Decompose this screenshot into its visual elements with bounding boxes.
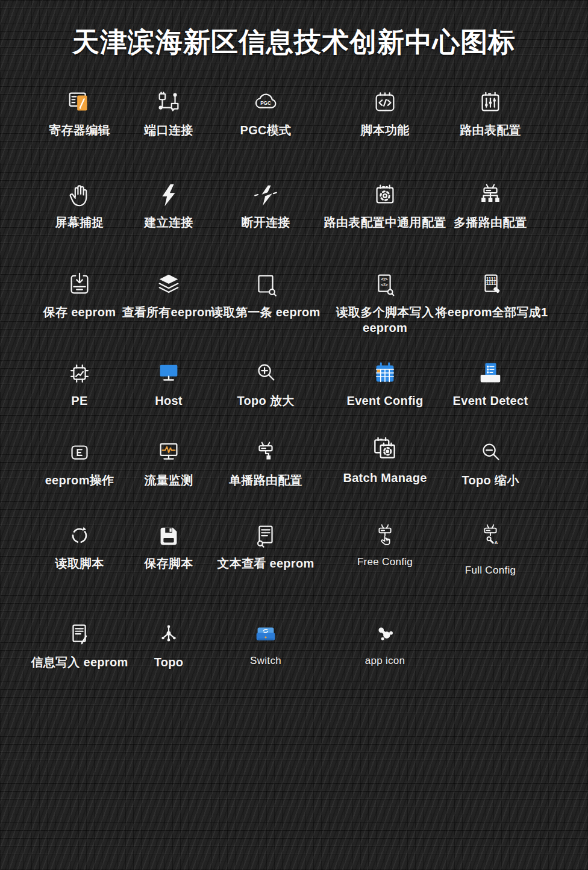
icon-label: 单播路由配置 xyxy=(229,472,302,488)
icon-label: Switch xyxy=(250,654,281,668)
layers-icon xyxy=(155,271,183,299)
svg-text:A: A xyxy=(495,540,498,545)
pe-chip-icon xyxy=(66,360,93,387)
icon-label: Free Config xyxy=(357,555,413,569)
icon-label: 流量监测 xyxy=(144,472,193,488)
route-table-config-icon xyxy=(477,89,504,117)
grid-item-route-table-config[interactable]: 路由表配置 xyxy=(421,89,560,138)
port-connect-icon xyxy=(155,89,183,117)
icon-label: 读取脚本 xyxy=(55,555,104,571)
icon-label: Topo xyxy=(154,654,184,670)
grid-item-multicast-route[interactable]: 多播路由配置 xyxy=(421,181,560,230)
icon-label: 多播路由配置 xyxy=(454,214,527,230)
icon-label: app icon xyxy=(365,654,405,668)
icon-label: Batch Manage xyxy=(343,470,427,486)
save-eeprom-icon xyxy=(66,271,93,299)
pgc-cloud-icon: PGC xyxy=(252,89,280,117)
topo-node-icon xyxy=(155,621,183,649)
zoom-out-icon xyxy=(477,439,504,467)
event-detect-icon xyxy=(477,360,504,387)
icon-label: Topo 缩小 xyxy=(461,472,519,488)
grid-item-read-first-eeprom[interactable]: 读取第一条 eeprom xyxy=(196,271,336,320)
icon-label: Host xyxy=(155,393,183,408)
connect-bolt-icon xyxy=(155,181,183,209)
disconnect-bolt-icon xyxy=(252,181,280,209)
event-config-calendar-icon xyxy=(371,360,399,387)
icon-label: PE xyxy=(71,393,87,408)
text-view-eeprom-icon xyxy=(252,522,280,550)
save-script-floppy-icon xyxy=(155,522,183,550)
icon-label: Event Detect xyxy=(453,393,528,408)
icon-label: 断开连接 xyxy=(241,214,290,230)
svg-text:PGC: PGC xyxy=(260,101,271,106)
icon-sheet-page: 天津滨海新区信息技术创新中心图标 寄存器编辑 端口连接 xyxy=(0,0,588,870)
multi-script-eeprom-icon: </> </> xyxy=(371,271,399,299)
svg-text:</>: </> xyxy=(381,277,389,282)
grid-item-full-config[interactable]: A Full Config xyxy=(421,522,560,577)
icon-label: 文本查看 eeprom xyxy=(217,555,314,571)
grid-item-write-ones-eeprom[interactable]: 1111 1111 将eeprom全部写成1 xyxy=(422,271,561,320)
traffic-monitor-icon xyxy=(155,439,183,467)
zoom-in-icon xyxy=(252,360,280,387)
app-logo-icon xyxy=(371,621,399,649)
icon-label: 保存脚本 xyxy=(144,555,193,571)
icon-label: 路由表配置 xyxy=(460,122,521,138)
switch-device-icon xyxy=(252,621,280,649)
icon-label: PGC模式 xyxy=(240,122,292,138)
icon-label: 端口连接 xyxy=(144,122,193,138)
read-first-eeprom-icon xyxy=(252,271,280,299)
batch-manage-icon xyxy=(370,437,400,465)
icon-label: Full Config xyxy=(465,564,516,577)
grid-item-app-icon[interactable]: app icon xyxy=(315,621,455,668)
host-monitor-icon xyxy=(155,360,183,387)
page-title: 天津滨海新区信息技术创新中心图标 xyxy=(0,24,588,60)
icon-label: Event Config xyxy=(347,393,424,408)
write-ones-eeprom-icon: 1111 1111 xyxy=(478,271,505,299)
icon-label: Topo 放大 xyxy=(237,393,294,408)
icon-label: 建立连接 xyxy=(144,214,193,230)
grid-item-event-detect[interactable]: Event Detect xyxy=(421,360,560,408)
icon-label: 屏幕捕捉 xyxy=(55,214,104,230)
svg-text:</>: </> xyxy=(381,282,389,287)
register-edit-icon xyxy=(66,89,93,117)
icon-label: 读取第一条 eeprom xyxy=(211,304,320,320)
script-window-icon xyxy=(371,89,399,117)
free-config-icon xyxy=(371,522,399,550)
unicast-route-icon xyxy=(252,439,280,467)
svg-text:1111: 1111 xyxy=(486,281,496,286)
full-config-icon: A xyxy=(477,522,504,550)
multicast-route-icon xyxy=(477,181,504,209)
hand-capture-icon xyxy=(66,181,93,209)
icon-label: 脚本功能 xyxy=(360,122,409,138)
eeprom-operate-icon xyxy=(66,439,93,467)
gear-window-icon xyxy=(371,181,399,209)
read-script-icon xyxy=(66,522,93,550)
icon-label: 将eeprom全部写成1 xyxy=(436,304,548,320)
grid-item-topo-zoom-out[interactable]: Topo 缩小 xyxy=(421,439,560,488)
info-write-eeprom-icon xyxy=(66,621,93,649)
